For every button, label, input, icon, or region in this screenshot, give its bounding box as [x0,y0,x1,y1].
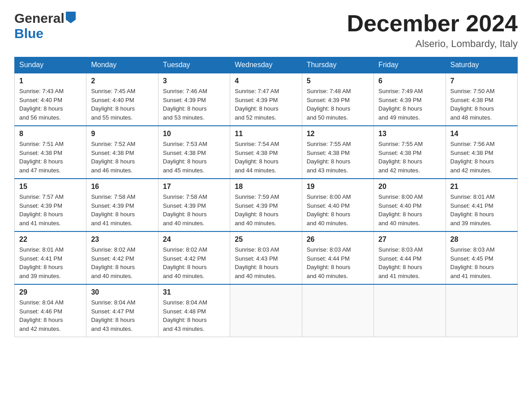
calendar-title: December 2024 [347,11,518,36]
day-info: Sunrise: 7:49 AM Sunset: 4:39 PM Dayligh… [378,87,441,122]
day-cell: 14 Sunrise: 7:56 AM Sunset: 4:38 PM Dayl… [446,126,517,179]
day-cell: 9 Sunrise: 7:52 AM Sunset: 4:38 PM Dayli… [86,126,158,179]
day-cell: 27 Sunrise: 8:03 AM Sunset: 4:44 PM Dayl… [374,231,446,284]
day-info: Sunrise: 8:04 AM Sunset: 4:48 PM Dayligh… [163,298,225,333]
day-number: 23 [91,235,153,244]
day-info: Sunrise: 7:43 AM Sunset: 4:40 PM Dayligh… [19,87,82,122]
week-row-4: 22 Sunrise: 8:01 AM Sunset: 4:41 PM Dayl… [15,231,518,284]
day-cell: 30 Sunrise: 8:04 AM Sunset: 4:47 PM Dayl… [86,284,158,337]
logo-blue: Blue [14,26,43,41]
logo: General Blue [14,11,76,41]
day-info: Sunrise: 7:47 AM Sunset: 4:39 PM Dayligh… [235,87,297,122]
day-number: 22 [19,235,82,244]
day-info: Sunrise: 7:50 AM Sunset: 4:38 PM Dayligh… [450,87,513,122]
day-info: Sunrise: 7:54 AM Sunset: 4:38 PM Dayligh… [235,140,297,175]
day-cell: 11 Sunrise: 7:54 AM Sunset: 4:38 PM Dayl… [230,126,302,179]
col-tuesday: Tuesday [158,57,230,73]
day-info: Sunrise: 7:53 AM Sunset: 4:38 PM Dayligh… [163,140,225,175]
day-number: 12 [307,130,369,138]
day-cell: 28 Sunrise: 8:03 AM Sunset: 4:45 PM Dayl… [446,231,517,284]
day-cell: 20 Sunrise: 8:00 AM Sunset: 4:40 PM Dayl… [374,179,446,231]
day-number: 31 [163,288,225,296]
calendar-location: Alserio, Lombardy, Italy [347,38,518,50]
day-cell: 29 Sunrise: 8:04 AM Sunset: 4:46 PM Dayl… [15,284,86,337]
day-number: 15 [19,183,82,191]
day-number: 29 [19,288,82,296]
day-cell: 4 Sunrise: 7:47 AM Sunset: 4:39 PM Dayli… [230,73,302,126]
day-info: Sunrise: 8:02 AM Sunset: 4:42 PM Dayligh… [91,245,153,280]
day-number: 19 [307,183,369,191]
day-number: 24 [163,235,225,244]
day-number: 30 [91,288,153,296]
day-info: Sunrise: 8:03 AM Sunset: 4:44 PM Dayligh… [307,245,369,280]
day-info: Sunrise: 7:58 AM Sunset: 4:39 PM Dayligh… [91,193,153,227]
day-number: 1 [19,77,82,85]
day-info: Sunrise: 7:58 AM Sunset: 4:39 PM Dayligh… [163,193,225,227]
day-number: 7 [450,77,513,85]
day-cell [302,284,373,337]
day-number: 6 [378,77,441,85]
day-cell: 19 Sunrise: 8:00 AM Sunset: 4:40 PM Dayl… [302,179,373,231]
logo-general: General [14,11,64,26]
day-info: Sunrise: 8:03 AM Sunset: 4:43 PM Dayligh… [235,245,297,280]
day-number: 25 [235,235,297,244]
day-info: Sunrise: 7:45 AM Sunset: 4:40 PM Dayligh… [91,87,153,122]
day-info: Sunrise: 8:04 AM Sunset: 4:47 PM Dayligh… [91,298,153,333]
day-info: Sunrise: 7:56 AM Sunset: 4:38 PM Dayligh… [450,140,513,175]
day-cell: 12 Sunrise: 7:55 AM Sunset: 4:38 PM Dayl… [302,126,373,179]
day-cell: 16 Sunrise: 7:58 AM Sunset: 4:39 PM Dayl… [86,179,158,231]
day-number: 18 [235,183,297,191]
day-info: Sunrise: 7:55 AM Sunset: 4:38 PM Dayligh… [378,140,441,175]
col-friday: Friday [374,57,446,73]
header: General Blue December 2024 Alserio, Lomb… [14,11,518,50]
week-row-5: 29 Sunrise: 8:04 AM Sunset: 4:46 PM Dayl… [15,284,518,337]
week-row-2: 8 Sunrise: 7:51 AM Sunset: 4:38 PM Dayli… [15,126,518,179]
day-cell [446,284,517,337]
day-cell [230,284,302,337]
day-number: 26 [307,235,369,244]
day-number: 9 [91,130,153,138]
day-cell: 22 Sunrise: 8:01 AM Sunset: 4:41 PM Dayl… [15,231,86,284]
day-cell: 24 Sunrise: 8:02 AM Sunset: 4:42 PM Dayl… [158,231,230,284]
day-info: Sunrise: 7:51 AM Sunset: 4:38 PM Dayligh… [19,140,82,175]
day-number: 8 [19,130,82,138]
day-info: Sunrise: 7:48 AM Sunset: 4:39 PM Dayligh… [307,87,369,122]
day-info: Sunrise: 8:01 AM Sunset: 4:41 PM Dayligh… [450,193,513,227]
col-saturday: Saturday [446,57,517,73]
day-cell: 1 Sunrise: 7:43 AM Sunset: 4:40 PM Dayli… [15,73,86,126]
day-cell: 8 Sunrise: 7:51 AM Sunset: 4:38 PM Dayli… [15,126,86,179]
day-number: 3 [163,77,225,85]
day-cell [374,284,446,337]
day-number: 27 [378,235,441,244]
day-info: Sunrise: 8:00 AM Sunset: 4:40 PM Dayligh… [307,193,369,227]
col-monday: Monday [86,57,158,73]
day-cell: 26 Sunrise: 8:03 AM Sunset: 4:44 PM Dayl… [302,231,373,284]
day-info: Sunrise: 7:52 AM Sunset: 4:38 PM Dayligh… [91,140,153,175]
day-info: Sunrise: 7:57 AM Sunset: 4:39 PM Dayligh… [19,193,82,227]
day-cell: 2 Sunrise: 7:45 AM Sunset: 4:40 PM Dayli… [86,73,158,126]
day-cell: 23 Sunrise: 8:02 AM Sunset: 4:42 PM Dayl… [86,231,158,284]
day-info: Sunrise: 8:01 AM Sunset: 4:41 PM Dayligh… [19,245,82,280]
day-info: Sunrise: 8:03 AM Sunset: 4:44 PM Dayligh… [378,245,441,280]
day-number: 20 [378,183,441,191]
day-number: 16 [91,183,153,191]
day-info: Sunrise: 8:04 AM Sunset: 4:46 PM Dayligh… [19,298,82,333]
day-info: Sunrise: 7:46 AM Sunset: 4:39 PM Dayligh… [163,87,225,122]
day-info: Sunrise: 8:03 AM Sunset: 4:45 PM Dayligh… [450,245,513,280]
title-block: December 2024 Alserio, Lombardy, Italy [347,11,518,50]
logo-flag-icon [66,12,76,25]
day-info: Sunrise: 8:00 AM Sunset: 4:40 PM Dayligh… [378,193,441,227]
day-cell: 6 Sunrise: 7:49 AM Sunset: 4:39 PM Dayli… [374,73,446,126]
day-number: 11 [235,130,297,138]
day-number: 4 [235,77,297,85]
day-number: 17 [163,183,225,191]
col-sunday: Sunday [15,57,86,73]
svg-marker-0 [66,12,76,23]
calendar-table: Sunday Monday Tuesday Wednesday Thursday… [14,57,518,337]
day-cell: 10 Sunrise: 7:53 AM Sunset: 4:38 PM Dayl… [158,126,230,179]
day-info: Sunrise: 7:55 AM Sunset: 4:38 PM Dayligh… [307,140,369,175]
col-wednesday: Wednesday [230,57,302,73]
day-cell: 31 Sunrise: 8:04 AM Sunset: 4:48 PM Dayl… [158,284,230,337]
day-cell: 17 Sunrise: 7:58 AM Sunset: 4:39 PM Dayl… [158,179,230,231]
col-thursday: Thursday [302,57,373,73]
